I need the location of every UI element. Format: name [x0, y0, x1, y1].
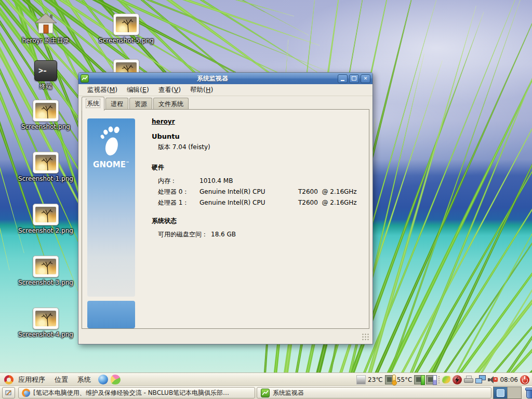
printer-icon[interactable]	[464, 376, 473, 384]
hostname: heroyr	[152, 118, 365, 125]
menu-system[interactable]: 系统	[73, 374, 96, 386]
window-statusbar	[78, 329, 373, 344]
desktop-icon-label: Screenshot-2.png	[17, 227, 74, 234]
clock[interactable]: 08:06	[500, 376, 518, 383]
hardware-heading: 硬件	[152, 163, 365, 172]
desktop-icon-label: Screenshot-1.png	[17, 175, 74, 182]
tab-strip: 系统 进程 资源 文件系统	[78, 96, 373, 110]
system-status-heading: 系统状态	[152, 217, 365, 225]
ubuntu-logo-icon[interactable]	[4, 375, 14, 384]
colorful-swirl-icon[interactable]	[111, 375, 121, 384]
gnome-foot-icon	[97, 126, 125, 158]
desktop-icon-screenshot-2[interactable]: Screenshot-2.png	[17, 202, 74, 234]
window-titlebar[interactable]: 系统监视器 ✕	[78, 73, 373, 84]
cpu0-row: 处理器 0：Genuine Intel(R) CPUT2600 @ 2.16GH…	[158, 187, 365, 197]
tab-system[interactable]: 系统	[82, 97, 104, 111]
workspace-window-preview	[497, 389, 504, 397]
sensor-box-icon[interactable]	[356, 375, 366, 384]
desktop-icon-label: 终端	[17, 83, 74, 90]
workspace-2[interactable]	[507, 387, 521, 398]
firefox-icon	[22, 389, 30, 397]
desktop-icon-home[interactable]: heroyr 的主目录	[17, 11, 74, 44]
cpu-temp2-value: 55°C	[397, 376, 413, 383]
tab-filesystems[interactable]: 文件系统	[153, 98, 189, 110]
system-info: heroyr Ubuntu 版本 7.04 (feisty) 硬件 内存：101…	[152, 118, 365, 240]
gnome-banner: GNOME™	[87, 118, 135, 297]
quit-power-icon[interactable]	[520, 375, 529, 384]
volume-muted-icon[interactable]: ✕	[488, 376, 498, 384]
maximize-button[interactable]	[349, 74, 359, 83]
system-tray: 23℃ 55°C ✕ 08:06	[356, 375, 532, 384]
menu-applications[interactable]: 应用程序	[14, 374, 50, 386]
menu-view[interactable]: 查看(V)	[154, 85, 185, 96]
cpu1-row: 处理器 1：Genuine Intel(R) CPUT2600 @ 2.16GH…	[158, 197, 365, 208]
cpu-thermometer-icon[interactable]	[385, 375, 395, 384]
disk-row: 可用的磁盘空间：18.6 GB	[158, 229, 365, 240]
desktop-icon-screenshot-5[interactable]: Screenshot-5.png	[98, 11, 155, 44]
desktop-icon-terminal[interactable]: >- 终端	[17, 57, 74, 90]
resize-grip[interactable]	[362, 333, 369, 340]
taskbar-window-system-monitor[interactable]: 系统监视器	[257, 387, 491, 398]
cpu-temp-value: 23℃	[368, 376, 383, 383]
tab-processes[interactable]: 进程	[105, 98, 128, 110]
network-monitors-icon[interactable]	[475, 375, 486, 384]
workspace-switcher	[493, 387, 522, 399]
image-thumbnail-icon	[33, 256, 59, 277]
battery-lightning-icon[interactable]	[453, 375, 462, 384]
image-thumbnail-icon	[33, 152, 59, 174]
desktop-icon-screenshot-1[interactable]: Screenshot-1.png	[17, 150, 74, 182]
release-version: 版本 7.04 (feisty)	[158, 143, 365, 152]
memory-value: 1010.4 MB	[200, 177, 233, 184]
gnome-wordmark: GNOME™	[87, 160, 135, 169]
image-thumbnail-icon	[33, 308, 59, 329]
tab-resources[interactable]: 资源	[129, 98, 152, 110]
gnome-panel-taskbar: [笔记本电脑使用、维护及保修经验交流 - NBCLUB笔记本电脑俱乐部… 系统监…	[0, 385, 532, 399]
workspace-1[interactable]	[494, 387, 507, 398]
close-button[interactable]: ✕	[361, 74, 370, 83]
tray-grip[interactable]	[438, 376, 440, 384]
system-monitor-icon	[81, 74, 89, 83]
menu-edit[interactable]: 编辑(E)	[122, 85, 154, 96]
keyring-icon[interactable]	[442, 376, 450, 383]
menu-help[interactable]: 帮助(H)	[185, 85, 218, 96]
gnome-panel-menus: 应用程序 位置 系统 23℃ 55°C ✕ 08:06	[0, 373, 532, 386]
disk-free-value: 18.6 GB	[211, 231, 236, 238]
desktop-icon-label: Screenshot-3.png	[17, 279, 74, 286]
desktop-icon-label: Screenshot.png	[17, 123, 74, 130]
desktop-icon-screenshot[interactable]: Screenshot.png	[17, 98, 74, 130]
show-desktop-button[interactable]	[2, 387, 15, 398]
desktop-screen: heroyr 的主目录 Screenshot-5.png >- 终端 Scree…	[0, 0, 532, 399]
image-thumbnail-icon	[33, 204, 59, 225]
distro-name: Ubuntu	[152, 132, 365, 140]
image-thumbnail-icon	[113, 14, 139, 35]
memory-row: 内存：1010.4 MB	[158, 176, 365, 187]
home-icon	[17, 11, 74, 35]
image-thumbnail-icon	[33, 100, 59, 122]
desktop-icon-label: heroyr 的主目录	[17, 37, 74, 44]
desktop-icon-screenshot-4[interactable]: Screenshot-4.png	[17, 305, 74, 338]
cpu-freq-purple-icon[interactable]	[426, 375, 436, 384]
menu-places[interactable]: 位置	[50, 374, 73, 386]
banner-footer-block	[87, 301, 135, 328]
minimize-button[interactable]	[338, 74, 348, 83]
menu-monitor[interactable]: 监视器(M)	[83, 85, 122, 96]
system-tab-content: GNOME™ heroyr Ubuntu 版本 7.04 (feisty) 硬件…	[82, 109, 369, 329]
window-menubar: 监视器(M) 编辑(E) 查看(V) 帮助(H)	[78, 84, 373, 96]
cpu-freq-green-icon[interactable]	[414, 375, 424, 384]
desktop-icon-label: Screenshot-4.png	[17, 331, 74, 338]
terminal-icon: >-	[34, 60, 57, 81]
window-title: 系统监视器	[89, 74, 336, 83]
system-monitor-icon	[261, 389, 270, 397]
trash-icon[interactable]	[525, 387, 532, 398]
browser-globe-icon[interactable]	[98, 375, 108, 384]
desktop-icon-screenshot-3[interactable]: Screenshot-3.png	[17, 254, 74, 286]
system-monitor-window: 系统监视器 ✕ 监视器(M) 编辑(E) 查看(V) 帮助(H) 系统 进程 资…	[78, 72, 373, 344]
taskbar-window-firefox[interactable]: [笔记本电脑使用、维护及保修经验交流 - NBCLUB笔记本电脑俱乐部…	[18, 387, 255, 398]
desktop-icon-label: Screenshot-5.png	[98, 37, 155, 44]
